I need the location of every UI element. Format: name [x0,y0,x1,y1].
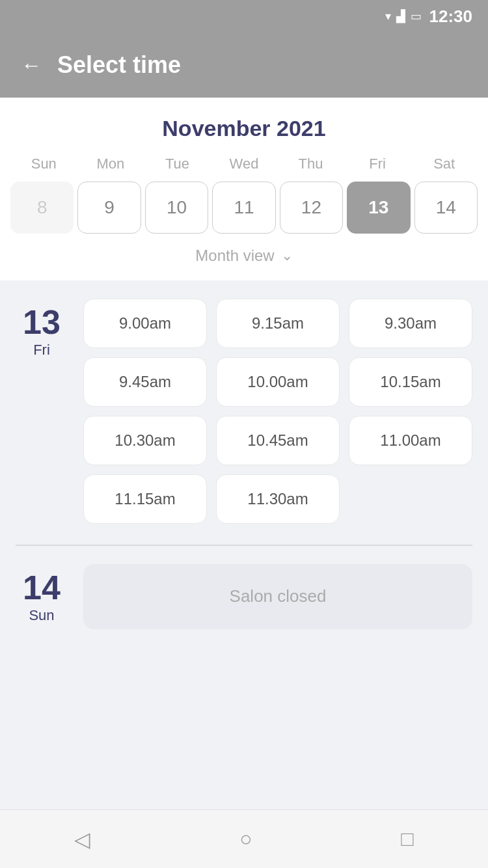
month-year-label: November 2021 [10,116,478,141]
nav-recent-button[interactable]: □ [401,827,413,851]
back-button[interactable]: ← [21,53,42,77]
status-time: 12:30 [429,7,473,27]
signal-icon: ▟ [396,9,405,23]
day-name-13: Fri [33,342,50,359]
day-row-13: 13 Fri 9.00am 9.15am 9.30am 9.45am 10.00… [16,299,472,524]
time-slot-1115am[interactable]: 11.15am [83,474,207,524]
slots-grid-13: 9.00am 9.15am 9.30am 9.45am 10.00am 10.1… [83,299,472,524]
status-icons: ▾ ▟ ▭ [385,9,422,23]
time-slot-1000am[interactable]: 10.00am [216,357,340,407]
time-slot-1130am[interactable]: 11.30am [216,474,340,524]
month-view-toggle[interactable]: Month view ⌄ [10,234,478,280]
app-header: ← Select time [0,33,488,98]
battery-icon: ▭ [411,9,422,23]
page-title: Select time [57,51,181,79]
weekday-fri: Fri [344,156,411,172]
month-view-label: Month view [195,247,274,265]
day-name-14: Sun [29,607,54,624]
bottom-nav: ◁ ○ □ [0,809,488,868]
time-slot-930am[interactable]: 9.30am [349,299,472,348]
dates-row: 8 9 10 11 12 13 14 [10,182,478,234]
salon-closed-box: Salon closed [83,564,472,629]
bottom-spacer [16,629,472,694]
weekday-row: Sun Mon Tue Wed Thu Fri Sat [10,156,478,172]
day-label-14: 14 Sun [16,564,68,624]
weekday-sat: Sat [411,156,478,172]
time-slot-1015am[interactable]: 10.15am [349,357,472,407]
salon-closed-label: Salon closed [230,586,327,606]
day-label-13: 13 Fri [16,299,68,359]
weekday-tue: Tue [144,156,211,172]
nav-home-button[interactable]: ○ [239,827,252,851]
time-slot-1100am[interactable]: 11.00am [349,416,472,465]
time-slot-1030am[interactable]: 10.30am [83,416,207,465]
calendar-section: November 2021 Sun Mon Tue Wed Thu Fri Sa… [0,98,488,280]
day-row-14: 14 Sun Salon closed [16,564,472,629]
chevron-down-icon: ⌄ [281,247,293,264]
date-cell-14[interactable]: 14 [414,182,478,234]
weekday-wed: Wed [211,156,278,172]
slots-section: 13 Fri 9.00am 9.15am 9.30am 9.45am 10.00… [0,280,488,712]
time-slot-945am[interactable]: 9.45am [83,357,207,407]
time-slot-900am[interactable]: 9.00am [83,299,207,348]
status-bar: ▾ ▟ ▭ 12:30 [0,0,488,33]
date-cell-13[interactable]: 13 [347,182,410,234]
day-divider [16,545,472,546]
time-slot-1045am[interactable]: 10.45am [216,416,340,465]
day-number-14: 14 [23,571,61,604]
date-cell-9[interactable]: 9 [77,182,141,234]
wifi-icon: ▾ [385,9,391,23]
date-cell-10[interactable]: 10 [145,182,208,234]
nav-back-button[interactable]: ◁ [74,827,90,852]
date-cell-11[interactable]: 11 [212,182,275,234]
weekday-sun: Sun [10,156,77,172]
weekday-mon: Mon [77,156,144,172]
date-cell-12[interactable]: 12 [280,182,343,234]
date-cell-8: 8 [10,182,74,234]
time-slot-915am[interactable]: 9.15am [216,299,340,348]
day-number-13: 13 [23,305,61,339]
weekday-thu: Thu [277,156,344,172]
